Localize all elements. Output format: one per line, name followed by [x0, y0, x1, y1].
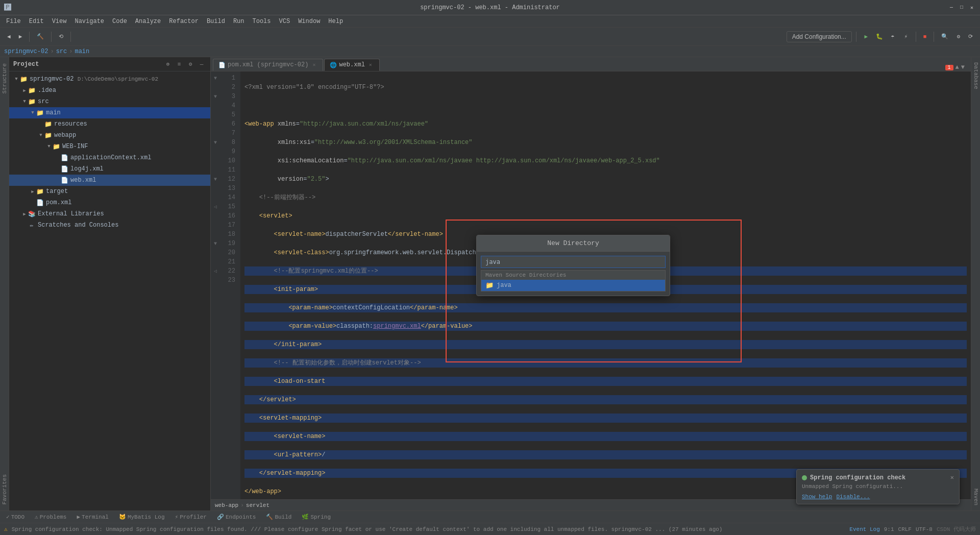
xml-icon-log4j: 📄 — [60, 165, 68, 173]
line-col-indicator[interactable]: 9:1 — [884, 526, 894, 532]
maximize-button[interactable]: □ — [958, 4, 966, 12]
endpoints-button[interactable]: 🔗 Endpoints — [215, 513, 258, 521]
tree-item-pomxml[interactable]: 📄 pom.xml — [9, 197, 210, 208]
toolbar-separator-2 — [51, 32, 52, 42]
debug-button[interactable]: 🐛 — [874, 31, 885, 42]
menu-file[interactable]: File — [2, 17, 25, 26]
menu-tools[interactable]: Tools — [249, 17, 275, 26]
sidebar-settings-button[interactable]: ⚙ — [186, 60, 195, 69]
editor-breadcrumb-webapp[interactable]: web-app — [215, 502, 238, 508]
add-configuration-button[interactable]: Add Configuration... — [787, 31, 852, 42]
arrow-extlibs: ▶ — [21, 211, 28, 217]
tree-item-idea[interactable]: ▶ 📁 .idea — [9, 85, 210, 96]
locate-file-button[interactable]: ⊕ — [163, 60, 173, 69]
forward-button[interactable]: ▶ — [16, 32, 26, 41]
tab-webxml[interactable]: 🌐 web.xml ✕ — [324, 59, 379, 71]
tree-item-webinf[interactable]: ▼ 📁 WEB-INF — [9, 141, 210, 152]
tree-item-scratches[interactable]: ✏️ Scratches and Consoles — [9, 220, 210, 231]
mybatis-log-button[interactable]: 🐱 MyBatis Log — [117, 513, 167, 521]
tree-item-src[interactable]: ▼ 📁 src — [9, 96, 210, 107]
tab-close-webxml[interactable]: ✕ — [367, 61, 374, 68]
title-bar: 🅿 springmvc-02 - web.xml - Administrator… — [0, 0, 980, 15]
event-log-button[interactable]: Event Log — [849, 526, 879, 532]
pom-icon: 📄 — [36, 199, 44, 207]
scroll-down-button[interactable]: ▼ — [961, 64, 965, 71]
new-directory-input[interactable] — [481, 256, 666, 268]
menu-vcs[interactable]: VCS — [275, 17, 295, 26]
minimize-button[interactable]: — — [947, 4, 955, 12]
folder-icon-webapp: 📁 — [44, 131, 52, 139]
sidebar-hide-button[interactable]: — — [197, 60, 206, 69]
menu-navigate[interactable]: Navigate — [70, 17, 108, 26]
scroll-up-button[interactable]: ▲ — [955, 64, 959, 71]
tree-item-resources[interactable]: 📁 resources — [9, 118, 210, 130]
tab-pomxml[interactable]: 📄 pom.xml (springmvc-02) ✕ — [213, 59, 323, 71]
code-editor[interactable]: ▼ ▼ ▼ ▼ ◁ ▼ ◁ — [211, 71, 971, 499]
disable-link[interactable]: Disable... — [836, 494, 870, 500]
editor-breadcrumb-servlet[interactable]: servlet — [246, 502, 270, 508]
run-button[interactable]: ▶ — [861, 31, 872, 42]
arrow-idea: ▶ — [21, 87, 28, 93]
settings-button[interactable]: ⚙ — [953, 32, 963, 41]
menu-analyze[interactable]: Analyze — [131, 17, 165, 26]
build-button[interactable]: 🔨 Build — [264, 513, 293, 521]
tab-icon-webxml: 🌐 — [330, 62, 337, 68]
sidebar-header: Project ⊕ ≡ ⚙ — — [9, 57, 210, 71]
menu-view[interactable]: View — [48, 17, 71, 26]
spring-button[interactable]: 🌿 Spring — [300, 513, 333, 521]
menu-window[interactable]: Window — [294, 17, 324, 26]
dialog-title: New Directory — [477, 235, 670, 252]
database-panel-button[interactable]: Database — [971, 59, 981, 92]
menu-help[interactable]: Help — [324, 17, 347, 26]
tree-item-extlibs[interactable]: ▶ 📚 External Libraries — [9, 208, 210, 220]
menu-run[interactable]: Run — [229, 17, 249, 26]
arrow-pomxml — [30, 200, 36, 206]
tab-close-pom[interactable]: ✕ — [310, 61, 317, 68]
tree-item-log4j[interactable]: 📄 log4j.xml — [9, 163, 210, 175]
menu-refactor[interactable]: Refactor — [165, 17, 203, 26]
tree-item-target[interactable]: ▶ 📁 target — [9, 186, 210, 197]
suggestion-item-java[interactable]: 📁 java — [481, 280, 665, 291]
todo-button[interactable]: ✓ TODO — [4, 513, 27, 521]
update-button[interactable]: ⟳ — [965, 32, 976, 41]
tree-item-appcontext[interactable]: 📄 applicationContext.xml — [9, 152, 210, 163]
structure-button[interactable]: Structure — [0, 59, 9, 98]
bottom-toolbar: ✓ TODO ⚠ Problems ▶ Terminal 🐱 MyBatis L… — [0, 510, 980, 523]
menu-code[interactable]: Code — [108, 17, 131, 26]
charset-indicator[interactable]: UTF-8 — [916, 526, 933, 532]
problems-button[interactable]: ⚠ Problems — [33, 513, 68, 521]
favorites-button[interactable]: Favorites — [0, 470, 9, 508]
run-stop-button[interactable]: ■ — [920, 32, 930, 41]
vcs-button[interactable]: ⟲ — [56, 32, 66, 41]
profile-button[interactable]: ⚡ — [900, 31, 912, 42]
status-bar: ⚠ Spring configuration check: Unmapped S… — [0, 523, 980, 535]
encoding-indicator[interactable]: CRLF — [898, 526, 912, 532]
right-tool-strip: Database Maven — [971, 57, 980, 510]
profiler-button[interactable]: ⚡ Profiler — [173, 513, 209, 521]
tree-label-resources: resources — [54, 120, 87, 128]
window-title: springmvc-02 - web.xml - Administrator — [420, 4, 560, 11]
breadcrumb-main[interactable]: main — [75, 48, 89, 55]
build-button[interactable]: 🔨 — [34, 32, 47, 41]
maven-panel-button[interactable]: Maven — [971, 485, 981, 508]
editor-area: 📄 pom.xml (springmvc-02) ✕ 🌐 web.xml ✕ 1… — [211, 57, 971, 510]
menu-build[interactable]: Build — [203, 17, 229, 26]
tree-item-main[interactable]: ▼ 📁 main — [9, 107, 210, 118]
tree-item-webapp[interactable]: ▼ 📁 webapp — [9, 130, 210, 141]
tree-item-springmvc02[interactable]: ▼ 📁 springmvc-02 D:\CodeDemo\springmvc-0… — [9, 74, 210, 85]
java-folder-icon: 📁 — [485, 281, 494, 289]
notification-close-button[interactable]: ✕ — [950, 474, 954, 481]
tree-item-webxml[interactable]: 📄 web.xml — [9, 175, 210, 186]
collapse-all-button[interactable]: ≡ — [175, 60, 184, 69]
breadcrumb-project[interactable]: springmvc-02 — [4, 48, 48, 55]
close-button[interactable]: ✕ — [968, 4, 976, 12]
toolbar-separator-4 — [856, 32, 856, 42]
terminal-button[interactable]: ▶ Terminal — [75, 513, 110, 521]
back-button[interactable]: ◀ — [4, 32, 14, 41]
menu-edit[interactable]: Edit — [25, 17, 48, 26]
search-everywhere-button[interactable]: 🔍 — [938, 32, 951, 41]
breadcrumb-src[interactable]: src — [56, 48, 67, 55]
show-help-link[interactable]: Show help — [802, 494, 832, 500]
coverage-button[interactable]: ☂ — [887, 31, 898, 42]
tree-label-webxml: web.xml — [70, 177, 96, 184]
